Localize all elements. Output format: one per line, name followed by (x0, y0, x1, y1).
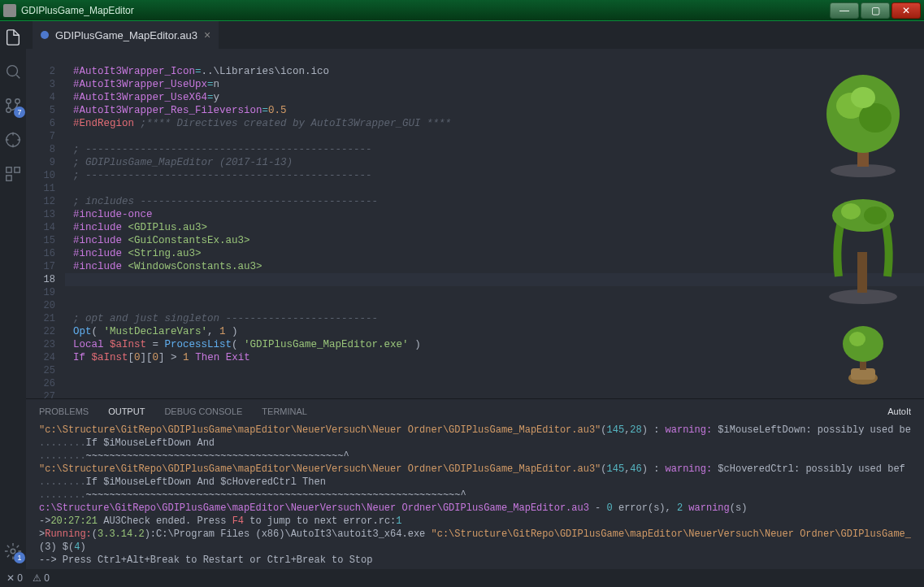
scm-badge: 7 (14, 107, 25, 118)
source-control-icon[interactable]: 7 (3, 96, 23, 115)
svg-rect-6 (15, 167, 20, 172)
svg-point-0 (7, 66, 18, 76)
panel-tabs: PROBLEMS OUTPUT DEBUG CONSOLE TERMINAL A… (26, 399, 924, 424)
maximize-button[interactable]: ▢ (861, 2, 890, 19)
window-controls: — ▢ ✕ (830, 2, 921, 19)
activity-bar: 7 1 (0, 21, 26, 569)
tab-file[interactable]: GDIPlusGame_MapEditor.au3 × (33, 21, 219, 49)
app-icon (3, 4, 16, 17)
code-editor[interactable]: 2345678910111213141516171819202122232425… (26, 49, 924, 398)
file-modified-icon (41, 31, 49, 39)
bottom-panel: PROBLEMS OUTPUT DEBUG CONSOLE TERMINAL A… (26, 398, 924, 569)
status-bar: ✕ 0 ⚠ 0 (0, 569, 924, 587)
line-gutter: 2345678910111213141516171819202122232425… (26, 49, 65, 398)
settings-icon[interactable]: 1 (3, 541, 23, 561)
close-button[interactable]: ✕ (891, 2, 921, 19)
window-titlebar: GDIPlusGame_MapEditor — ▢ ✕ (0, 0, 924, 21)
svg-point-8 (11, 549, 15, 554)
output-channel-selector[interactable]: AutoIt (887, 407, 911, 416)
panel-tab-output[interactable]: OUTPUT (108, 407, 145, 416)
editor-area: GDIPlusGame_MapEditor.au3 × 234567891011… (26, 21, 924, 569)
explorer-icon[interactable] (3, 28, 23, 47)
tab-close-icon[interactable]: × (204, 28, 210, 41)
code-content[interactable]: #AutoIt3Wrapper_Icon=..\Libraries\icon.i… (65, 49, 924, 398)
window-title: GDIPlusGame_MapEditor (21, 5, 830, 16)
debug-icon[interactable] (3, 130, 23, 150)
panel-tab-debug[interactable]: DEBUG CONSOLE (164, 407, 242, 416)
svg-point-1 (15, 99, 20, 104)
panel-tab-problems[interactable]: PROBLEMS (39, 407, 89, 416)
status-errors[interactable]: ✕ 0 (7, 572, 23, 584)
status-warnings[interactable]: ⚠ 0 (33, 572, 50, 584)
settings-badge: 1 (14, 552, 25, 563)
svg-rect-7 (7, 176, 11, 180)
svg-rect-5 (7, 167, 11, 172)
tab-bar: GDIPlusGame_MapEditor.au3 × (26, 21, 924, 49)
panel-tab-terminal[interactable]: TERMINAL (262, 407, 307, 416)
extensions-icon[interactable] (3, 164, 23, 184)
search-icon[interactable] (3, 62, 23, 81)
svg-point-2 (7, 108, 11, 113)
minimize-button[interactable]: — (830, 2, 859, 19)
output-content[interactable]: "c:\Structure\GitRepo\GDIPlusGame\mapEdi… (26, 424, 924, 569)
svg-point-3 (7, 99, 11, 104)
tab-label: GDIPlusGame_MapEditor.au3 (55, 29, 197, 41)
